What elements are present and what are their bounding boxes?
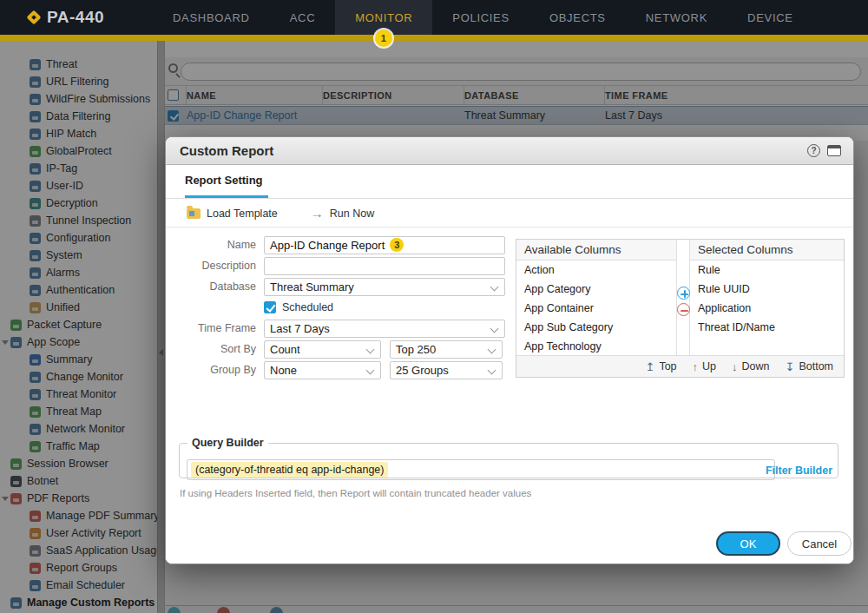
sort-by-label: Sort By [176, 343, 264, 355]
nav-tab[interactable]: DASHBOARD [153, 0, 270, 35]
window-icon[interactable] [827, 145, 841, 156]
top-nav: PA-440 DASHBOARD ACC MONITOR 1 POLICIES … [0, 0, 868, 35]
load-template-button[interactable]: Load Template [187, 208, 278, 220]
help-icon[interactable]: ? [807, 144, 820, 157]
nav-tab-label: DASHBOARD [173, 11, 250, 24]
step-badge-3: 3 [390, 238, 404, 252]
run-now-button[interactable]: → Run Now [311, 206, 374, 221]
nav-tab[interactable]: OBJECTS [529, 0, 626, 35]
sort-by-select[interactable]: Count [264, 340, 381, 359]
selected-column-item[interactable]: Threat ID/Name [690, 318, 844, 337]
nav-tab[interactable]: POLICIES [432, 0, 529, 35]
custom-report-dialog: Custom Report ? Report Setting Load Temp… [165, 136, 854, 564]
nav-tab-label: POLICIES [452, 11, 510, 24]
query-builder-section: Query Builder (category-of-threatid eq a… [179, 437, 838, 478]
name-field[interactable]: App-ID Change Report 3 [264, 236, 505, 254]
query-builder-legend: Query Builder [187, 437, 268, 449]
scheduled-checkbox[interactable] [264, 301, 276, 313]
scheduled-label: Scheduled [282, 301, 333, 313]
available-column-item[interactable]: Action [516, 260, 676, 280]
database-label: Database [176, 280, 264, 293]
move-arrow-icon: ↥ [645, 360, 654, 373]
nav-tab[interactable]: NETWORK [626, 0, 727, 35]
nav-tab-label: OBJECTS [549, 11, 606, 24]
selected-columns-title: Selected Columns [690, 240, 844, 260]
move-button[interactable]: ↧ Bottom [785, 360, 833, 373]
headers-note: If using Headers Inserted field, then Re… [180, 488, 531, 498]
available-columns-title: Available Columns [516, 240, 676, 260]
available-column-item[interactable]: App Container [516, 299, 676, 318]
sort-by-top-value: Top 250 [396, 343, 436, 356]
dialog-header: Custom Report ? [166, 137, 853, 165]
description-label: Description [176, 260, 264, 272]
move-button[interactable]: ↑ Up [693, 360, 716, 373]
dialog-title: Custom Report [180, 143, 273, 158]
time-frame-label: Time Frame [176, 322, 264, 334]
cancel-button[interactable]: Cancel [787, 531, 852, 556]
selected-column-item[interactable]: Application [690, 299, 844, 318]
pan-logo-icon [27, 10, 42, 25]
move-button-label: Up [702, 360, 716, 372]
brand-name: PA-440 [47, 8, 104, 27]
group-by-groups-select[interactable]: 25 Groups [390, 361, 503, 379]
query-text: (category-of-threatid eq app-id-change) [191, 462, 388, 478]
nav-tab[interactable]: MONITOR 1 [335, 0, 432, 35]
time-frame-select[interactable]: Last 7 Days [264, 320, 505, 338]
report-form: Name App-ID Change Report 3 Description … [176, 234, 516, 380]
group-by-value: None [270, 364, 297, 377]
remove-column-icon[interactable] [677, 303, 690, 316]
move-button[interactable]: ↓ Down [732, 360, 769, 373]
group-by-label: Group By [176, 364, 264, 376]
nav-tab-label: NETWORK [646, 11, 707, 24]
move-button-label: Bottom [799, 360, 833, 372]
group-by-groups-value: 25 Groups [396, 364, 449, 377]
move-toolbar: ↥ Top ↑ Up ↓ Down ↧ Bottom [516, 355, 844, 377]
database-select[interactable]: Threat Summary [264, 278, 505, 296]
ok-button[interactable]: OK [716, 531, 780, 556]
sort-by-value: Count [270, 343, 300, 356]
nav-tab-label: ACC [290, 11, 316, 24]
group-by-select[interactable]: None [264, 361, 381, 379]
name-label: Name [176, 239, 264, 251]
nav-tab[interactable]: DEVICE [727, 0, 813, 35]
tab-report-setting[interactable]: Report Setting [185, 174, 268, 198]
nav-tab-label: DEVICE [747, 11, 793, 24]
selected-column-item[interactable]: Rule UUID [690, 280, 844, 299]
move-arrow-icon: ↑ [693, 360, 699, 373]
accent-bar [0, 35, 868, 41]
query-input[interactable]: (category-of-threatid eq app-id-change) [187, 459, 775, 480]
run-now-icon: → [311, 206, 324, 221]
database-value: Threat Summary [270, 280, 354, 293]
selected-column-item[interactable]: Rule [690, 260, 844, 280]
add-column-icon[interactable] [677, 287, 690, 300]
description-field[interactable] [264, 257, 505, 275]
move-arrow-icon: ↓ [732, 360, 738, 373]
available-column-item[interactable]: App Category [516, 280, 676, 299]
columns-widget: Available Columns ActionApp CategoryApp … [516, 239, 845, 378]
available-column-item[interactable]: App Sub Category [516, 318, 676, 337]
time-frame-value: Last 7 Days [270, 322, 330, 335]
filter-builder-link[interactable]: Filter Builder [766, 465, 832, 477]
load-template-label: Load Template [207, 208, 278, 220]
load-template-icon [187, 208, 201, 219]
dialog-toolbar: Load Template → Run Now [166, 200, 853, 227]
move-arrow-icon: ↧ [785, 360, 794, 373]
move-button[interactable]: ↥ Top [645, 360, 676, 373]
nav-tab[interactable]: ACC [270, 0, 336, 35]
move-button-label: Top [659, 360, 676, 372]
nav-tab-label: MONITOR [355, 11, 412, 24]
move-button-label: Down [742, 360, 770, 372]
brand: PA-440 [29, 8, 104, 27]
available-column-item[interactable]: App Technology [516, 337, 676, 356]
sort-by-top-select[interactable]: Top 250 [390, 340, 503, 359]
nav-tabs: DASHBOARD ACC MONITOR 1 POLICIES OBJECTS… [153, 0, 813, 35]
name-value: App-ID Change Report [270, 239, 385, 252]
run-now-label: Run Now [330, 208, 374, 220]
